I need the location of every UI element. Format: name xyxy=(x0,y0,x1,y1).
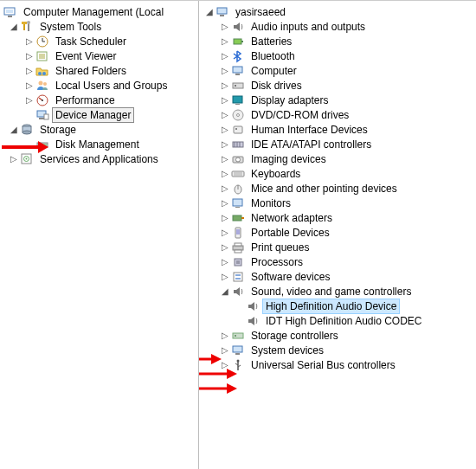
node-shared-folders[interactable]: ▷ Shared Folders xyxy=(0,63,198,78)
node-mice[interactable]: ▷ Mice and other pointing devices xyxy=(199,181,476,196)
expand-icon[interactable]: ▷ xyxy=(220,213,230,223)
expand-icon[interactable]: ▷ xyxy=(220,139,230,150)
network-icon xyxy=(231,211,245,225)
node-disk-drives[interactable]: ▷ Disk drives xyxy=(199,78,476,93)
expand-icon[interactable]: ▷ xyxy=(24,66,35,76)
svg-rect-2 xyxy=(8,16,12,17)
expand-icon[interactable]: ▷ xyxy=(220,66,230,76)
node-idt-codec[interactable]: IDT High Definition Audio CODEC xyxy=(199,313,476,328)
node-dvd[interactable]: ▷ DVD/CD-ROM drives xyxy=(199,107,476,122)
node-label: yasirsaeed xyxy=(232,4,289,20)
node-network[interactable]: ▷ Network adapters xyxy=(199,210,476,225)
expand-icon[interactable]: ▷ xyxy=(24,51,35,61)
expand-icon[interactable]: ▷ xyxy=(220,242,230,253)
speaker-icon xyxy=(246,314,260,328)
storage-icon xyxy=(20,123,34,137)
node-disk-management[interactable]: ▷ Disk Management xyxy=(0,137,198,151)
svg-rect-39 xyxy=(241,41,243,42)
node-sound[interactable]: ◢ Sound, video and game controllers xyxy=(199,284,476,299)
expand-icon[interactable]: ▷ xyxy=(220,228,230,238)
node-device-manager[interactable]: ▷ Device Manager xyxy=(0,107,198,122)
svg-point-20 xyxy=(42,100,43,101)
node-computer[interactable]: ▷ Computer xyxy=(199,63,476,78)
expand-icon[interactable]: ▷ xyxy=(220,110,230,120)
node-ide[interactable]: ▷ IDE ATA/ATAPI controllers xyxy=(199,137,476,151)
expand-icon[interactable]: ▷ xyxy=(220,360,230,370)
svg-rect-78 xyxy=(233,333,243,338)
node-computer-management[interactable]: Computer Management (Local xyxy=(0,4,198,19)
node-label: Human Interface Devices xyxy=(248,122,371,138)
svg-rect-42 xyxy=(233,83,243,88)
node-storage-ctrl[interactable]: ▷ Storage controllers xyxy=(199,328,476,343)
node-label: IDT High Definition Audio CODEC xyxy=(262,313,426,329)
node-display-adapters[interactable]: ▷ Display adapters xyxy=(199,93,476,107)
node-label: Mice and other pointing devices xyxy=(248,181,401,196)
expand-icon[interactable]: ▷ xyxy=(220,331,230,341)
svg-rect-29 xyxy=(42,144,47,146)
expand-icon[interactable]: ▷ xyxy=(220,272,230,282)
expand-icon[interactable]: ▷ xyxy=(220,36,230,47)
node-imaging[interactable]: ▷ Imaging devices xyxy=(199,151,476,166)
expand-icon[interactable]: ▷ xyxy=(220,51,230,61)
svg-point-47 xyxy=(237,113,240,116)
node-task-scheduler[interactable]: ▷ Task Scheduler xyxy=(0,34,198,48)
svg-point-79 xyxy=(235,335,236,337)
node-label: System devices xyxy=(248,343,327,358)
svg-rect-80 xyxy=(233,346,242,352)
node-event-viewer[interactable]: ▷ Event Viewer xyxy=(0,48,198,63)
node-hid[interactable]: ▷ Human Interface Devices xyxy=(199,122,476,137)
node-usb[interactable]: ▷ Universal Serial Bus controllers xyxy=(199,357,476,372)
node-software-devices[interactable]: ▷ Software devices xyxy=(199,269,476,284)
expand-icon[interactable]: ▷ xyxy=(220,154,230,164)
expand-icon[interactable]: ▷ xyxy=(24,36,35,47)
expand-icon[interactable]: ▷ xyxy=(24,80,35,91)
expand-icon[interactable]: ▷ xyxy=(220,345,230,356)
svg-rect-81 xyxy=(235,353,240,355)
expand-icon[interactable]: ▷ xyxy=(220,80,230,91)
node-system-tools[interactable]: ◢ System Tools xyxy=(0,19,198,34)
right-pane: ◢ yasirsaeed ▷ Audio inputs and outputs … xyxy=(199,1,476,469)
collapse-icon[interactable]: ◢ xyxy=(220,286,230,297)
svg-rect-38 xyxy=(234,39,241,44)
node-keyboards[interactable]: ▷ Keyboards xyxy=(199,166,476,181)
node-audio-inputs[interactable]: ▷ Audio inputs and outputs xyxy=(199,19,476,34)
node-batteries[interactable]: ▷ Batteries xyxy=(199,34,476,48)
node-processors[interactable]: ▷ Processors xyxy=(199,254,476,269)
expand-icon[interactable]: ▷ xyxy=(9,154,19,164)
node-portable[interactable]: ▷ Portable Devices xyxy=(199,225,476,240)
node-storage[interactable]: ◢ Storage xyxy=(0,122,198,137)
expand-icon[interactable]: ▷ xyxy=(220,22,230,32)
svg-rect-48 xyxy=(234,126,242,133)
node-hd-audio[interactable]: High Definition Audio Device xyxy=(199,299,476,313)
svg-rect-71 xyxy=(236,260,240,264)
node-performance[interactable]: ▷ Performance xyxy=(0,93,198,107)
expand-icon[interactable]: ▷ xyxy=(220,95,230,106)
svg-rect-49 xyxy=(235,128,237,130)
node-system-devices[interactable]: ▷ System devices xyxy=(199,343,476,357)
speaker-icon xyxy=(231,285,245,299)
expand-icon[interactable]: ▷ xyxy=(220,183,230,194)
expand-icon[interactable]: ▷ xyxy=(220,169,230,179)
collapse-icon[interactable]: ◢ xyxy=(9,22,19,32)
node-label: Universal Serial Bus controllers xyxy=(248,357,399,373)
node-print-queues[interactable]: ▷ Print queues xyxy=(199,240,476,254)
node-label: High Definition Audio Device xyxy=(262,299,400,314)
keyboard-icon xyxy=(231,167,245,181)
shared-folders-icon xyxy=(35,64,49,78)
node-label: Network adapters xyxy=(248,210,336,226)
expand-icon[interactable]: ▷ xyxy=(220,257,230,267)
expand-icon[interactable]: ▷ xyxy=(220,125,230,135)
node-services-apps[interactable]: ▷ Services and Applications xyxy=(0,151,198,166)
collapse-icon[interactable]: ◢ xyxy=(204,7,215,17)
node-bluetooth[interactable]: ▷ Bluetooth xyxy=(199,48,476,63)
node-local-users[interactable]: ▷ Local Users and Groups xyxy=(0,78,198,93)
expand-icon[interactable]: ▷ xyxy=(24,95,35,106)
node-root[interactable]: ◢ yasirsaeed xyxy=(199,4,476,19)
node-label: Bluetooth xyxy=(248,48,299,64)
expand-icon[interactable]: ▷ xyxy=(220,198,230,209)
collapse-icon[interactable]: ◢ xyxy=(9,125,19,135)
node-label: Storage xyxy=(36,122,80,138)
users-icon xyxy=(35,79,49,93)
speaker-icon xyxy=(246,299,260,313)
node-monitors[interactable]: ▷ Monitors xyxy=(199,196,476,210)
